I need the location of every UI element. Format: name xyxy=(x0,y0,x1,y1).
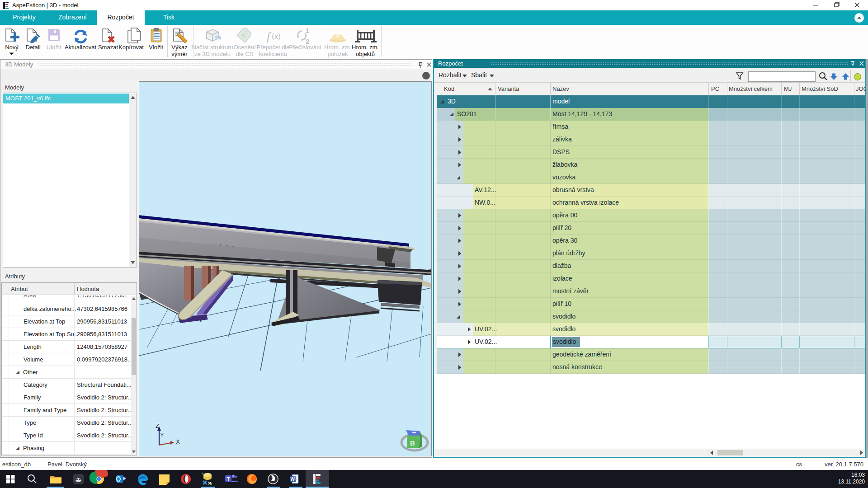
svg-text:Y: Y xyxy=(160,433,164,438)
svg-text:1: 1 xyxy=(306,27,309,34)
svg-text:(x): (x) xyxy=(272,32,281,41)
svg-text:B: B xyxy=(410,439,415,447)
svg-text:X: X xyxy=(176,438,180,445)
svg-text:T: T xyxy=(227,476,230,482)
svg-text:W: W xyxy=(291,477,295,482)
svg-text:f: f xyxy=(267,30,272,43)
